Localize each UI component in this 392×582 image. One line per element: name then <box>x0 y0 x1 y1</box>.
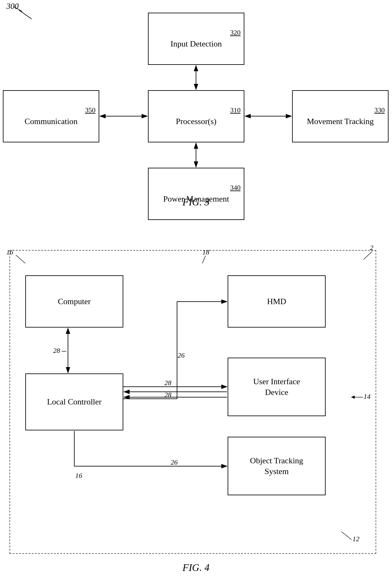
label-input-detection: Input Detection <box>170 39 222 49</box>
ref-330: 330 <box>374 106 388 114</box>
label-computer: Computer <box>58 296 91 307</box>
box-processor: 310 Processor(s) <box>148 90 244 142</box>
box-computer: Computer <box>25 275 123 328</box>
label-movement-tracking: Movement Tracking <box>307 116 374 127</box>
fig4-area: 2 16 18 Computer Local Controller HMD Us… <box>0 222 392 582</box>
box-communication: 350 Communication <box>3 90 99 142</box>
box-local-controller: Local Controller <box>25 373 123 430</box>
ref-310: 310 <box>230 106 244 114</box>
svg-line-1 <box>19 10 32 19</box>
ref-340: 340 <box>230 184 244 192</box>
ref-320: 320 <box>230 28 244 37</box>
ref-300-leader: 300 <box>0 0 63 32</box>
label-ots: Object Tracking System <box>250 455 303 477</box>
svg-text:300: 300 <box>6 2 19 11</box>
box-input-detection: 320 Input Detection <box>148 13 244 65</box>
label-uid: User Interface Device <box>253 376 300 398</box>
svg-line-2 <box>14 7 22 11</box>
box-uid: User Interface Device <box>228 358 326 416</box>
diagram-container: 300 320 Input Detection 310 Processor(s)… <box>0 0 392 582</box>
fig3-area: 300 320 Input Detection 310 Processor(s)… <box>0 0 392 215</box>
ref-350: 350 <box>85 106 99 114</box>
label-hmd: HMD <box>267 296 286 307</box>
label-communication: Communication <box>25 116 78 127</box>
box-hmd: HMD <box>228 275 326 328</box>
label-processor: Processor(s) <box>176 116 217 127</box>
fig4-caption: FIG. 4 <box>0 562 392 573</box>
box-power-management: 340 Power Management <box>148 168 244 220</box>
box-ots: Object Tracking System <box>228 437 326 495</box>
label-local-controller: Local Controller <box>47 397 102 407</box>
box-movement-tracking: 330 Movement Tracking <box>292 90 389 142</box>
fig3-caption: FIG. 3 <box>0 196 392 208</box>
